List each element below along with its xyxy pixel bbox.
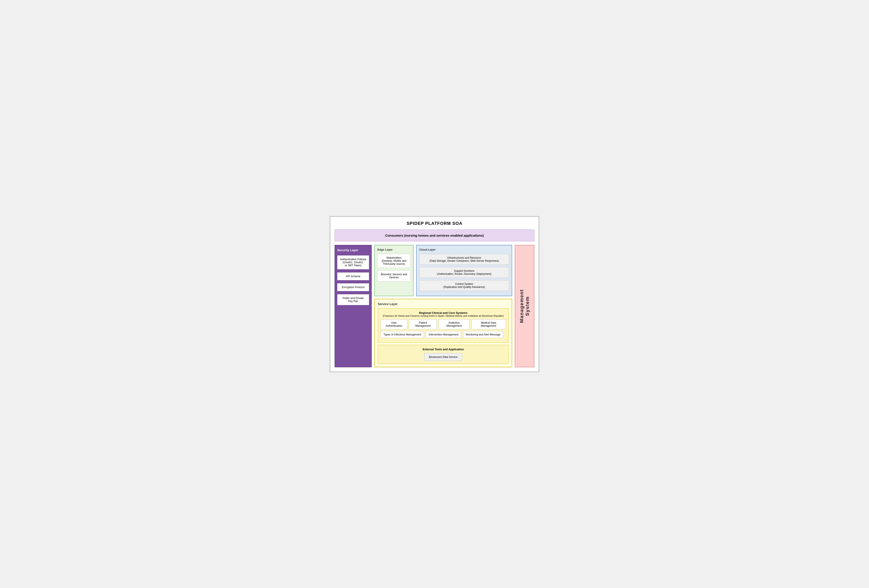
service-patient-mgmt: Patient Management [409,319,437,329]
middle-col: Edge Layer Stakeholders(Desktop, Mobile … [374,245,512,367]
cloud-layer-title: Cloud Layer [419,248,509,251]
security-layer: Security Layer Authentication Policies(O… [335,245,372,367]
edge-layer: Edge Layer Stakeholders(Desktop, Mobile … [374,245,414,296]
cloud-item-infra: Infrastructures and Resource(Data Storag… [419,254,509,265]
service-monitoring: Monitoring and Alert Message [463,331,503,338]
cloud-item-control: Control System(Duplication and Quality A… [419,280,509,291]
regional-subtitle: (Francisco de Vitoria and Cisneros nursi… [381,314,506,317]
external-title: External Tools and Application [381,348,506,351]
edge-layer-title: Edge Layer [377,248,411,251]
regional-clinical-box: Regional Clinical and Core Systems (Fran… [378,308,509,343]
service-user-auth: User Authentication [381,319,407,329]
service-layer-title: Service Layer [378,302,509,306]
service-medical-data: Medical Data Management [472,319,506,329]
cloud-layer: Cloud Layer Infrastructures and Resource… [416,245,512,296]
service-institution-mgmt: Institution Management [439,319,469,329]
security-item-keypair: Public and PrivateKey Pair [337,294,369,305]
cloud-item-support: Support functions(Authorization, Router,… [419,267,509,278]
consumers-box: Consumers (nursing homes and services en… [335,230,534,241]
biosensors-item: Biosensors Data Service [424,353,462,361]
outer-container: SPIDEP PLATFORM SOA Consumers (nursing h… [330,216,539,372]
management-text: ManagementSystem [519,289,530,323]
top-row: Edge Layer Stakeholders(Desktop, Mobile … [374,245,512,296]
service-row-1: User Authentication Patient Management I… [381,319,506,329]
main-title: SPIDEP PLATFORM SOA [335,221,534,226]
security-item-encryption: Encryption Protocol [337,283,369,291]
security-item-auth: Authentication Policies(OAuth1, OAuth2,o… [337,255,369,270]
service-infectious: Types of Infectious Management [381,331,424,338]
edge-item-biometric: Biometric Sensors andDevices [377,270,411,281]
service-row-2: Types of Infectious Management Intervent… [381,331,506,338]
security-item-api: API Scheme [337,273,369,280]
external-tools-box: External Tools and Application Biosensor… [378,345,509,364]
service-layer: Service Layer Regional Clinical and Core… [374,299,512,367]
security-layer-title: Security Layer [337,249,369,252]
edge-item-stakeholders: Stakeholders(Desktop, Mobile andThird-pa… [377,254,411,268]
main-content: Security Layer Authentication Policies(O… [335,245,534,367]
service-intervention: Intervention Management [426,331,461,338]
management-system: ManagementSystem [515,245,534,367]
external-center: Biosensors Data Service [381,353,506,361]
regional-title: Regional Clinical and Core Systems [381,311,506,314]
